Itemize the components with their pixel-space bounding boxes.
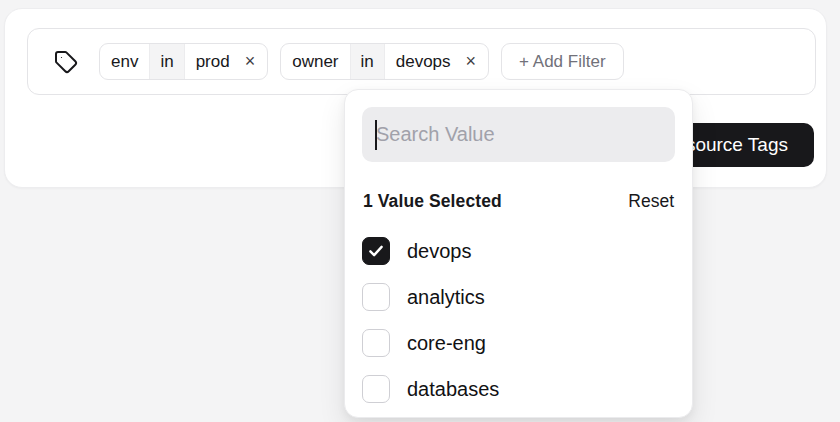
option-devops[interactable]: devops — [362, 236, 675, 266]
checkbox-icon[interactable] — [362, 329, 390, 357]
options-list: devops analytics core-eng databases — [362, 236, 675, 404]
filter-chip-value[interactable]: prod — [185, 44, 241, 79]
search-wrap — [362, 107, 675, 162]
text-caret — [375, 120, 377, 150]
option-databases[interactable]: databases — [362, 374, 675, 404]
tag-icon — [54, 50, 78, 74]
filter-chip-value[interactable]: devops — [385, 44, 462, 79]
filter-chip-field[interactable]: owner — [281, 44, 349, 79]
checkbox-icon[interactable] — [362, 237, 390, 265]
selection-summary: 1 Value Selected — [363, 191, 502, 212]
filter-chip-field[interactable]: env — [100, 44, 149, 79]
option-label: devops — [407, 240, 472, 263]
filter-value-dropdown: 1 Value Selected Reset devops analytics … — [344, 89, 693, 418]
option-label: core-eng — [407, 332, 486, 355]
option-label: analytics — [407, 286, 485, 309]
option-analytics[interactable]: analytics — [362, 282, 675, 312]
option-label: databases — [407, 378, 499, 401]
filter-chip-owner: owner in devops × — [280, 43, 489, 80]
filter-chip-operator[interactable]: in — [149, 44, 184, 79]
option-core-eng[interactable]: core-eng — [362, 328, 675, 358]
filter-chip-env: env in prod × — [99, 43, 268, 80]
remove-filter-icon[interactable]: × — [241, 44, 268, 79]
filter-chip-operator[interactable]: in — [350, 44, 385, 79]
remove-filter-icon[interactable]: × — [462, 44, 489, 79]
checkbox-icon[interactable] — [362, 375, 390, 403]
search-value-input[interactable] — [362, 107, 675, 162]
reset-button[interactable]: Reset — [628, 191, 674, 212]
add-filter-button[interactable]: + Add Filter — [501, 43, 623, 80]
selection-summary-row: 1 Value Selected Reset — [362, 191, 675, 212]
checkbox-icon[interactable] — [362, 283, 390, 311]
filter-bar: env in prod × owner in devops × + Add Fi… — [27, 28, 816, 95]
